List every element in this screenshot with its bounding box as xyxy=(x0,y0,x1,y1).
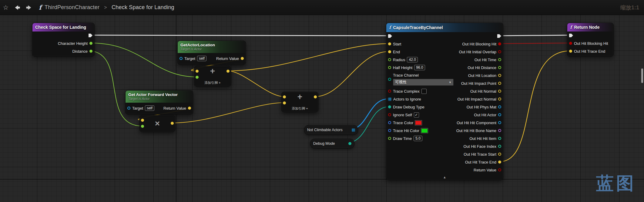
debug-mode-node[interactable]: Debug Mode xyxy=(310,139,354,148)
input-b-pin[interactable] xyxy=(196,76,199,79)
out-hit-hit-component-pin[interactable] xyxy=(498,121,501,124)
start-pin[interactable] xyxy=(388,42,391,45)
add-icon: + xyxy=(282,92,318,101)
out-hit-hit-item-pin[interactable] xyxy=(498,137,501,140)
target-input: Target self xyxy=(179,56,206,61)
half-height-value-input[interactable]: 96.0 xyxy=(414,65,425,70)
breadcrumb-item-blueprint[interactable]: ThirdPersonCharacter xyxy=(45,4,99,10)
pin-row-out-normal: Out Hit Normal xyxy=(451,87,503,95)
pin-row-trace-color: Trace Color xyxy=(386,119,451,127)
output-pin[interactable] xyxy=(226,70,230,73)
pin-label: Out Hit Blocking Hit xyxy=(462,42,496,46)
return-value-pin[interactable] xyxy=(188,107,191,110)
character-height-pin[interactable] xyxy=(89,42,92,45)
exec-out-pin[interactable] xyxy=(89,34,92,37)
trace-hit-color-pin[interactable] xyxy=(388,129,391,132)
out-hit-blocking-hit-pin[interactable] xyxy=(569,42,572,45)
trace-hit-color-swatch[interactable] xyxy=(421,128,428,133)
add-pin-button[interactable]: 添加引脚 + xyxy=(194,81,231,85)
exec-in-pin[interactable] xyxy=(569,34,573,37)
draw-time-pin[interactable] xyxy=(388,137,391,140)
exec-out-pin[interactable] xyxy=(497,34,501,38)
target-pin[interactable] xyxy=(179,57,183,60)
input-a-pin[interactable] xyxy=(141,119,144,122)
check-space-for-landing-node[interactable]: Check Space for Landing Character Height… xyxy=(32,23,95,57)
actor-array-pin[interactable] xyxy=(352,128,355,132)
input-a-pin[interactable] xyxy=(196,70,199,73)
ignore-self-pin[interactable] xyxy=(388,113,391,116)
out-hit-hit-bone-name-pin[interactable] xyxy=(498,129,501,132)
pin-label: Trace Color xyxy=(393,121,413,125)
vector-add-node-2[interactable]: + 添加引脚 + xyxy=(281,92,318,112)
not-climbable-actors-node[interactable]: Not Climbable Actors xyxy=(304,125,358,135)
node-header: f Return Node xyxy=(567,23,613,31)
forward-arrow-icon xyxy=(25,5,32,11)
pin-label: Out Hit Impact Point xyxy=(461,81,496,86)
out-hit-trace-start-pin[interactable] xyxy=(498,153,501,156)
breadcrumb-item-function[interactable]: Check Space for Landing xyxy=(112,4,174,10)
blueprint-graph-canvas[interactable] xyxy=(0,15,644,202)
out-hit-initial-overlap-pin[interactable] xyxy=(498,50,501,53)
exec-in-pin[interactable] xyxy=(388,34,392,38)
node-title: CapsuleTraceByChannel xyxy=(393,25,443,30)
collapse-node-arrow[interactable]: ▲ xyxy=(386,175,503,179)
half-height-pin[interactable] xyxy=(388,66,391,69)
input-a-pin[interactable] xyxy=(283,95,286,98)
out-hit-location-pin[interactable] xyxy=(498,74,501,77)
pin-row-out-blocking-hit: Out Hit Blocking Hit xyxy=(451,40,503,48)
draw-time-value-input[interactable]: 5.0 xyxy=(414,136,422,141)
out-hit-trace-end-pin[interactable] xyxy=(569,50,572,53)
actors-to-ignore-pin[interactable] xyxy=(388,98,391,101)
out-hit-trace-end-pin[interactable] xyxy=(498,161,501,164)
vector-add-node-1[interactable]: + 添加引脚 + xyxy=(194,66,231,87)
exec-row xyxy=(386,32,503,40)
draw-debug-type-pin[interactable] xyxy=(388,105,391,108)
multiply-node[interactable]: × xyxy=(139,115,175,132)
input-b-pin[interactable] xyxy=(283,101,286,104)
trace-complex-checkbox[interactable] xyxy=(421,89,427,94)
out-hit-impact-normal-pin[interactable] xyxy=(498,98,501,101)
navigate-back-button[interactable] xyxy=(12,0,23,15)
radius-value-input[interactable]: 42.0 xyxy=(407,57,418,62)
trace-color-pin[interactable] xyxy=(388,121,391,124)
node-title: GetActorLocation xyxy=(180,43,215,47)
trace-channel-select[interactable]: 可视性 ▼ xyxy=(393,79,454,86)
pin-label: Out Hit Phys Mat xyxy=(467,105,496,109)
target-value-box[interactable]: self xyxy=(145,105,154,111)
pin-row-out-hit-trace-end: Out Hit Trace End xyxy=(567,47,613,55)
output-pin[interactable] xyxy=(171,122,174,125)
favorite-button[interactable]: ☆ xyxy=(0,0,12,15)
target-pin[interactable] xyxy=(127,107,130,110)
return-value-pin[interactable] xyxy=(241,57,244,60)
out-hit-phys-mat-pin[interactable] xyxy=(498,105,501,108)
vertical-scrollbar-thumb[interactable] xyxy=(641,68,643,83)
return-value-pin[interactable] xyxy=(498,168,501,171)
out-hit-impact-point-pin[interactable] xyxy=(498,82,501,85)
get-actor-location-node[interactable]: GetActorLocation Target is Actor Target … xyxy=(177,41,246,65)
distance-pin[interactable] xyxy=(89,50,92,53)
out-hit-blocking-hit-pin[interactable] xyxy=(498,42,501,45)
radius-pin[interactable] xyxy=(388,58,391,61)
trace-color-swatch[interactable] xyxy=(415,121,422,125)
end-pin[interactable] xyxy=(388,50,391,53)
star-icon: ☆ xyxy=(3,4,9,11)
enum-output-pin[interactable] xyxy=(348,142,351,145)
pin-row-out-actor: Out Hit Actor xyxy=(451,111,503,119)
out-hit-time-pin[interactable] xyxy=(498,58,501,61)
navigate-forward-button[interactable] xyxy=(23,0,35,15)
return-node[interactable]: f Return Node Out Hit Blocking Hit Out H… xyxy=(567,23,614,57)
out-hit-distance-pin[interactable] xyxy=(498,66,501,69)
add-pin-button[interactable]: 添加引脚 + xyxy=(282,106,318,111)
target-value-box[interactable]: self xyxy=(197,56,206,61)
capsule-trace-by-channel-node[interactable]: f CapsuleTraceByChannel Start End Radius… xyxy=(386,23,503,180)
trace-channel-pin[interactable] xyxy=(388,78,391,81)
ignore-self-checkbox[interactable]: ✓ xyxy=(414,112,419,118)
output-pin[interactable] xyxy=(314,95,317,98)
out-hit-actor-pin[interactable] xyxy=(498,113,501,116)
input-b-pin[interactable] xyxy=(141,125,144,128)
get-actor-forward-vector-node[interactable]: Get Actor Forward Vector Target is Actor… xyxy=(125,90,193,114)
trace-complex-pin[interactable] xyxy=(388,90,391,93)
out-hit-face-index-pin[interactable] xyxy=(498,145,501,148)
out-hit-normal-pin[interactable] xyxy=(498,90,501,93)
function-icon: f xyxy=(389,25,391,30)
